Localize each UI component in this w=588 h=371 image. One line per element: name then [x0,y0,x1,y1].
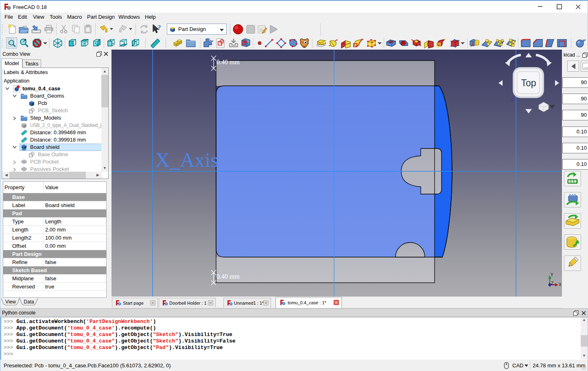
svg-text:?: ? [157,24,161,31]
svg-text:z: z [511,96,514,102]
svg-text:View: View [5,299,16,305]
svg-text:X_Axis: X_Axis [155,148,219,171]
svg-text:Z: Z [551,281,553,286]
svg-text:Top: Top [521,78,536,88]
svg-text:Data: Data [24,299,34,305]
svg-text:0.40 mm: 0.40 mm [216,59,240,65]
svg-text:Y: Y [551,273,553,277]
svg-text:X: X [559,282,562,287]
svg-text:0.40 mm: 0.40 mm [216,273,240,280]
